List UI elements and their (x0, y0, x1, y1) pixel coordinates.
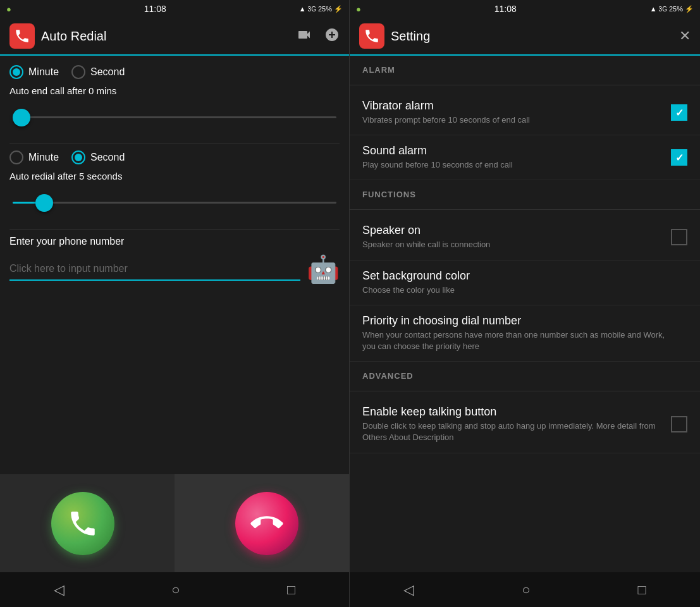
vibrator-alarm-checkbox[interactable]: ✓ (671, 104, 687, 121)
bottom-nav-right: ◁ ○ □ (350, 572, 700, 607)
sound-alarm-checkbox[interactable]: ✓ (671, 149, 687, 166)
phone-number-input[interactable] (9, 258, 300, 281)
app-bar-actions-left (297, 27, 340, 46)
app-icon-right (359, 23, 384, 49)
second-label-2: Second (90, 152, 125, 163)
priority-dial-subtitle: When your contact persons have more than… (362, 329, 678, 352)
sound-alarm-item[interactable]: Sound alarm Play sound before 10 seconds… (350, 135, 700, 180)
sound-alarm-text: Sound alarm Play sound before 10 seconds… (362, 144, 671, 171)
vibrator-alarm-title: Vibrator alarm (362, 99, 661, 113)
add-icon[interactable] (324, 27, 340, 46)
call-button-green[interactable] (0, 474, 175, 572)
second-radio-1[interactable] (71, 65, 85, 79)
keep-talking-item[interactable]: Enable keep talking button Double click … (350, 396, 700, 453)
alarm-divider (350, 85, 700, 85)
auto-redial-screen: Auto Redial Minute (0, 18, 350, 607)
status-bar-right: ● 11:08 ▲ 3G 25% ⚡ (350, 0, 700, 18)
call-buttons-row (0, 474, 359, 572)
phone-input-section: Enter your phone number 🤖 (9, 236, 340, 285)
auto-redial-text: Auto redial after 5 seconds (9, 171, 340, 181)
speaker-on-checkbox[interactable] (671, 229, 687, 245)
phone-icon-left (14, 28, 30, 44)
battery-icon-left: 25% (318, 5, 332, 13)
sound-alarm-title: Sound alarm (362, 144, 661, 157)
minute-option-1[interactable]: Minute (9, 65, 59, 79)
vibrator-checkmark: ✓ (675, 107, 684, 119)
battery-icon-right: 25% (669, 5, 683, 13)
auto-redial-title: Auto Redial (41, 29, 297, 44)
battery-charging-left: ⚡ (334, 5, 343, 13)
call-button-red[interactable] (175, 474, 359, 572)
auto-end-call-text: Auto end call after 0 mins (9, 85, 340, 96)
time-unit-group-2: Minute Second (9, 150, 340, 164)
minute-option-2[interactable]: Minute (9, 150, 59, 164)
sound-checkmark: ✓ (675, 152, 684, 164)
recent-button-left[interactable]: □ (274, 575, 308, 604)
vibrator-alarm-item[interactable]: Vibrator alarm Vibrates prompt before 10… (350, 90, 700, 135)
close-icon[interactable]: ✕ (679, 28, 691, 44)
speaker-on-title: Speaker on (362, 224, 661, 237)
set-background-color-text: Set background color Choose the color yo… (362, 269, 687, 296)
back-button-left[interactable]: ◁ (41, 575, 77, 604)
battery-charging-right: ⚡ (685, 5, 694, 13)
phone-input-row: 🤖 (9, 254, 340, 285)
alarm-section-header: ALARM (350, 56, 700, 80)
second-label-1: Second (90, 66, 125, 78)
setting-title: Setting (391, 29, 679, 44)
divider-1 (9, 144, 340, 144)
status-time-right: 11:08 (494, 4, 517, 14)
set-background-color-item[interactable]: Set background color Choose the color yo… (350, 261, 700, 305)
functions-divider (350, 209, 700, 210)
home-button-right[interactable]: ○ (509, 575, 543, 604)
functions-section-header: FUNCTIONS (350, 180, 700, 204)
status-bar-left: ● 11:08 ▲ 3G 25% ⚡ (0, 0, 350, 18)
app-bar-actions-right: ✕ (679, 28, 691, 44)
speaker-on-subtitle: Speaker on while call is connection (362, 239, 661, 250)
status-time-left: 11:08 (144, 4, 166, 14)
green-call-circle (51, 492, 114, 555)
minute-label-1: Minute (28, 66, 59, 78)
mobile-data-icon: 3G (308, 6, 316, 13)
second-option-2[interactable]: Second (71, 150, 125, 164)
keep-talking-title: Enable keep talking button (362, 405, 661, 419)
back-button-right[interactable]: ◁ (391, 575, 427, 604)
slider-thumb-2[interactable] (35, 194, 53, 212)
keep-talking-checkbox[interactable] (671, 416, 687, 432)
app-icon-left (9, 23, 35, 49)
settings-content: ALARM Vibrator alarm Vibrates prompt bef… (350, 56, 700, 572)
end-call-slider[interactable] (9, 104, 340, 131)
vibrator-alarm-subtitle: Vibrates prompt before 10 seconds of end… (362, 114, 661, 126)
phone-call-icon (67, 508, 99, 539)
advanced-divider (350, 391, 700, 391)
mobile-data-right: 3G (659, 6, 667, 13)
phone-end-icon (244, 501, 289, 546)
set-background-color-title: Set background color (362, 269, 678, 283)
priority-dial-item[interactable]: Priority in choosing dial number When yo… (350, 305, 700, 362)
minute-label-2: Minute (28, 152, 59, 163)
second-radio-2[interactable] (71, 150, 85, 164)
wifi-icon-right: ▲ (650, 5, 657, 13)
phone-icon-right (364, 28, 380, 44)
home-button-left[interactable]: ○ (159, 575, 192, 604)
advanced-section-header: ADVANCED (350, 362, 700, 386)
recent-button-right[interactable]: □ (625, 575, 659, 604)
bottom-nav-left: ◁ ○ □ (0, 572, 349, 607)
divider-2 (9, 229, 340, 230)
slider-thumb-1[interactable] (13, 109, 30, 126)
minute-radio-2[interactable] (9, 150, 23, 164)
keep-talking-subtitle: Double click to keep talking and stop au… (362, 420, 661, 443)
android-icon: 🤖 (307, 254, 340, 285)
status-icons-right: ▲ 3G 25% ⚡ (650, 5, 694, 13)
setting-app-bar: Setting ✕ (350, 18, 700, 56)
status-wifi-icon: ● (6, 4, 11, 14)
minute-radio-1[interactable] (9, 65, 23, 79)
set-background-color-subtitle: Choose the color you like (362, 285, 678, 296)
keep-talking-text: Enable keep talking button Double click … (362, 405, 671, 443)
redial-slider[interactable] (9, 189, 340, 216)
speaker-on-item[interactable]: Speaker on Speaker on while call is conn… (350, 215, 700, 260)
pink-call-circle (235, 492, 298, 555)
second-option-1[interactable]: Second (71, 65, 125, 79)
wifi-icon: ▲ (299, 5, 306, 13)
slider-track-1 (13, 116, 336, 118)
video-icon[interactable] (297, 27, 312, 46)
